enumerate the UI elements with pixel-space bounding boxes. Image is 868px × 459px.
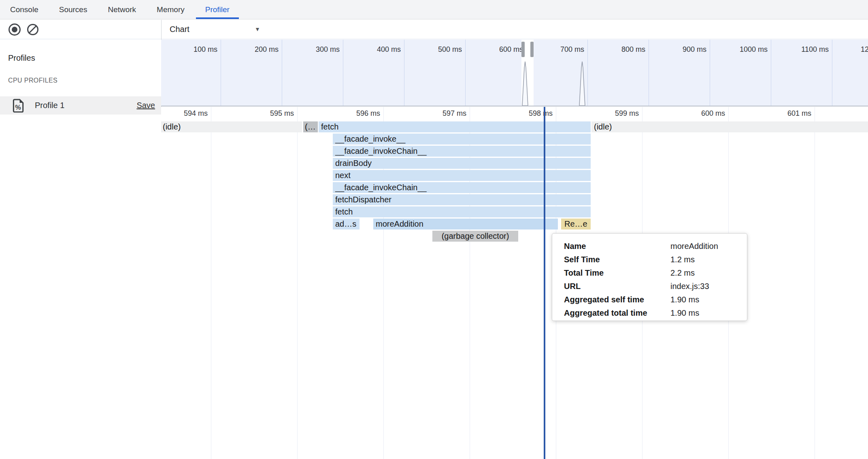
profiles-title: Profiles [8,53,35,63]
flame-frame[interactable]: drainBody [333,158,591,169]
flame-chart[interactable]: 594 ms595 ms596 ms597 ms598 ms599 ms600 … [161,107,868,459]
flame-frame[interactable]: fetchDispatcher [333,194,591,205]
sidebar-toolbar [0,20,161,39]
tab-sources[interactable]: Sources [50,0,97,19]
tooltip-value: index.js:33 [670,280,709,293]
flame-frame[interactable]: (idle) [161,121,302,132]
tooltip-value: 1.90 ms [670,306,699,320]
detail-tick-label: 599 ms [615,109,639,118]
detail-tick-label: 598 ms [529,109,553,118]
current-time-marker[interactable] [544,107,545,459]
flame-frame[interactable]: (garbage collector) [432,231,518,242]
chart-type-select[interactable]: Chart ▼ [162,20,271,39]
tooltip-value: 1.2 ms [670,253,695,266]
flame-frame[interactable]: ad…s [333,219,360,230]
flame-frame[interactable]: fetch [319,121,591,132]
tab-profiler[interactable]: Profiler [196,0,239,19]
flame-frame[interactable]: __facade_invokeChain__ [333,146,591,157]
record-dot-icon [12,27,17,32]
cpu-activity-spikes [161,40,868,106]
tooltip-row: Self Time1.2 ms [552,253,747,266]
flame-frame[interactable]: (idle) [591,121,868,132]
chart-toolbar: Chart ▼ [162,20,868,39]
tab-network[interactable]: Network [98,0,145,19]
chart-select-label: Chart [170,20,189,38]
tooltip-label: Aggregated total time [564,306,647,320]
devtools-window: ConsoleSourcesNetworkMemoryProfiler Char… [0,0,868,459]
flame-frame[interactable]: __facade_invoke__ [333,134,591,144]
flame-frame[interactable]: __facade_invokeChain__ [333,182,591,193]
detail-tick-label: 595 ms [270,109,294,118]
flame-frame[interactable]: (… [303,121,318,132]
tab-console[interactable]: Console [1,0,48,19]
detail-tick-label: 601 ms [787,109,811,118]
save-profile-link[interactable]: Save [136,96,155,115]
flame-frame[interactable]: fetch [333,206,591,217]
tooltip-row: URLindex.js:33 [552,280,747,293]
detail-tick-label: 597 ms [443,109,466,118]
clear-icon[interactable] [27,24,38,35]
profile-document-icon: % [12,99,25,114]
tooltip-value: 1.90 ms [670,293,699,306]
profile-name: Profile 1 [35,96,64,115]
svg-text:%: % [15,104,21,111]
tooltip-row: Aggregated self time1.90 ms [552,293,747,306]
tooltip-row: NamemoreAddition [552,240,747,253]
detail-tick-label: 596 ms [356,109,380,118]
detail-gridline [815,107,815,459]
sidebar-item-profile-1[interactable]: % Profile 1 Save [0,96,161,115]
tooltip-label: Self Time [564,253,600,266]
tooltip-label: Name [564,240,586,253]
record-icon[interactable] [9,23,21,36]
clear-slash-icon [29,26,36,33]
detail-tick-label: 594 ms [184,109,208,118]
flame-frame[interactable]: moreAddition [373,219,558,230]
tooltip-label: Total Time [564,266,604,280]
tab-memory[interactable]: Memory [147,0,194,19]
flame-frame[interactable]: Re…e [561,219,591,230]
detail-gridline [297,107,298,459]
tooltip-label: URL [564,280,581,293]
frame-tooltip: NamemoreAdditionSelf Time1.2 msTotal Tim… [552,233,747,321]
flame-frame[interactable]: next [333,170,591,181]
chevron-down-icon: ▼ [255,20,260,38]
detail-gridline [211,107,211,459]
detail-tick-label: 600 ms [701,109,725,118]
tab-bar: ConsoleSourcesNetworkMemoryProfiler [0,0,868,19]
timeline-overview[interactable]: 100 ms200 ms300 ms400 ms500 ms600 ms700 … [161,40,868,106]
tooltip-value: 2.2 ms [670,266,695,280]
tooltip-row: Total Time2.2 ms [552,266,747,280]
tooltip-value: moreAddition [670,240,718,253]
tooltip-label: Aggregated self time [564,293,644,306]
tooltip-row: Aggregated total time1.90 ms [552,306,747,320]
cpu-profiles-heading: CPU PROFILES [8,77,57,84]
